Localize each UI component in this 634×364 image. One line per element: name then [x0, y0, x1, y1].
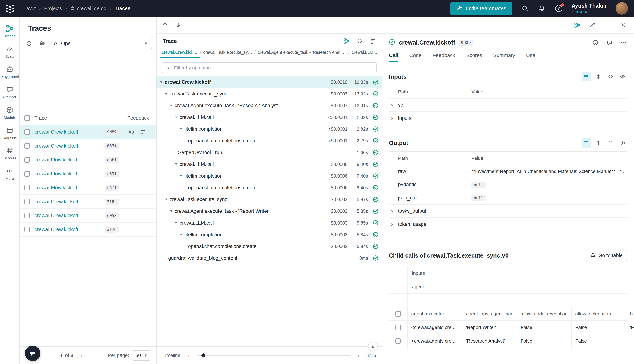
trace-tree-row[interactable]: ▼ crewai.Crew.kickoff $0.0010 19.83s [157, 76, 382, 88]
next-call-arrow-down-button[interactable] [173, 20, 184, 30]
trace-tree-row[interactable]: ▼ crewai.LLM.call <$0.0001 2.82s [157, 112, 382, 123]
overflow-menu-icon[interactable] [619, 38, 627, 46]
next-page-button[interactable]: › [77, 350, 87, 360]
comment-icon[interactable] [139, 128, 147, 136]
call-path-tab[interactable]: crewai.LLM.cal [350, 47, 382, 58]
row-checkbox[interactable] [395, 324, 401, 330]
trace-table-row[interactable]: crewai.Crew.kickoff 316c [20, 195, 156, 209]
collapse-icon[interactable]: ▼ [169, 209, 175, 213]
trace-table-row[interactable]: crewai.Flow.kickoff eab1 [20, 153, 156, 167]
list-view-icon[interactable] [581, 72, 591, 82]
trace-tree-row[interactable]: ▼ crewai.LLM.call $0.0003 5.85s [157, 217, 382, 229]
search-icon[interactable] [521, 4, 529, 12]
trace-link[interactable]: crewai.Flow.kickoff [35, 185, 77, 190]
trace-tree-row[interactable]: ▼ litellm.completion $0.0006 9.40s [157, 170, 382, 182]
close-icon[interactable] [619, 21, 627, 29]
sidebar-item-models[interactable]: Models [0, 103, 20, 123]
collapse-icon[interactable]: ▼ [179, 127, 185, 131]
tree-view-button[interactable] [342, 37, 350, 45]
row-checkbox[interactable] [25, 199, 30, 204]
go-to-table-button[interactable]: Go to table [585, 250, 627, 261]
collapse-icon[interactable]: ▼ [179, 233, 185, 236]
code-view-icon[interactable] [606, 72, 615, 82]
prev-page-button[interactable]: ‹ [43, 350, 53, 360]
collapse-icon[interactable]: ▼ [169, 104, 175, 108]
trace-tree-row[interactable]: SerperDevTool._run 1.66s [157, 147, 382, 158]
sidebar-item-evals[interactable]: Evals [0, 42, 20, 62]
breadcrumb-entity[interactable]: ayut [27, 6, 36, 11]
row-checkbox[interactable] [25, 185, 30, 190]
trace-table-row[interactable]: crewai.Flow.kickoff c59f [20, 167, 156, 181]
columns-settings-button[interactable] [37, 38, 48, 49]
expand-icon[interactable]: › [391, 208, 396, 214]
row-checkbox[interactable] [25, 143, 30, 149]
trace-table-row[interactable]: crewai.Flow.kickoff c5ff [20, 181, 156, 195]
add-reaction-icon[interactable] [127, 128, 135, 136]
collapse-icon[interactable]: ▼ [174, 221, 180, 225]
row-checkbox[interactable] [25, 129, 30, 135]
kv-row[interactable]: › self [389, 98, 627, 112]
split-view-button[interactable] [573, 21, 581, 29]
call-id-badge[interactable]: 9d89 [459, 40, 473, 46]
fullscreen-button[interactable] [604, 21, 612, 29]
trace-tree-row[interactable]: ▼ litellm.completion <$0.0001 2.82s [157, 123, 382, 135]
user-menu[interactable]: Ayush Thakur Personal [572, 2, 607, 14]
trace-link[interactable]: crewai.Crew.kickoff [35, 199, 78, 204]
comment-icon[interactable] [605, 38, 613, 46]
child-table-row[interactable]: <crewai.agents.cre...'Research Analyst'F… [389, 334, 627, 348]
trace-link[interactable]: crewai.Crew.kickoff [35, 143, 78, 149]
timeline-slider[interactable] [197, 355, 350, 356]
wandb-logo[interactable] [6, 4, 16, 13]
add-reaction-icon[interactable] [591, 38, 599, 46]
notifications-bell-icon[interactable] [538, 4, 546, 12]
list-view-icon[interactable] [581, 138, 591, 148]
call-path-tab[interactable]: crewai.Agent.execute_task - 'Research An… [255, 47, 348, 58]
per-page-select[interactable]: 50 ▼ [132, 350, 151, 360]
invite-teammates-button[interactable]: Invite teammates [450, 2, 512, 15]
trace-tree-row[interactable]: ▼ crewai.Task.execute_sync $0.0007 13.92… [157, 88, 382, 100]
trace-link[interactable]: crewai.Crew.kickoff [35, 226, 78, 232]
child-table-row[interactable]: <crewai.agents.cre...'Report Writer'Fals… [389, 321, 627, 334]
sidebar-item-playground[interactable]: Playground [0, 62, 20, 82]
trace-link[interactable]: crewai.Flow.kickoff [35, 171, 77, 177]
breadcrumb-projects[interactable]: Projects [44, 6, 62, 11]
trace-tree-row[interactable]: openai.chat.completions.create $0.0006 9… [157, 182, 382, 194]
call-path-tab[interactable]: crewai.Crew.kickoff [160, 47, 200, 58]
collapse-timeline-button[interactable]: ▲ [368, 342, 378, 351]
tab-call[interactable]: Call [389, 49, 398, 62]
flame-graph-button[interactable] [369, 37, 377, 45]
sidebar-item-datasets[interactable]: Datasets [0, 123, 20, 143]
sidebar-item-traces[interactable]: Traces [0, 21, 20, 42]
expand-all-icon[interactable] [594, 138, 603, 148]
trace-tree-row[interactable]: openai.chat.completions.create $0.0003 5… [157, 240, 382, 252]
sidebar-item-scorers[interactable]: Scorers [0, 143, 20, 164]
tab-scores[interactable]: Scores [466, 49, 482, 62]
trace-link[interactable]: crewai.Flow.kickoff [35, 157, 77, 163]
sidebar-item-more[interactable]: More [0, 164, 20, 184]
breadcrumb-traces[interactable]: Traces [115, 6, 130, 11]
collapse-icon[interactable]: ▼ [174, 116, 180, 119]
ops-filter-dropdown[interactable]: All Ops ▼ [50, 38, 152, 49]
tab-use[interactable]: Use [526, 49, 535, 62]
timeline-slider-handle[interactable] [201, 353, 205, 358]
code-view-button[interactable] [356, 37, 364, 45]
previous-call-arrow-up-button[interactable] [160, 20, 171, 30]
collapse-icon[interactable]: ▼ [160, 80, 165, 84]
trace-tree-row[interactable]: ▼ crewai.Task.execute_sync $0.0003 5.87s [157, 194, 382, 205]
trace-table-row[interactable]: crewai.Crew.kickoff 657f [20, 139, 156, 153]
expand-icon[interactable]: › [391, 116, 396, 121]
collapse-icon[interactable]: ▼ [165, 198, 170, 202]
help-icon[interactable]: ? [555, 4, 563, 12]
trace-link[interactable]: crewai.Crew.kickoff [35, 212, 78, 218]
timeline-next-button[interactable]: › [354, 350, 363, 360]
edit-pencil-button[interactable] [588, 21, 596, 29]
kv-row[interactable]: json_dict null [389, 191, 627, 204]
trace-table-row[interactable]: crewai.Crew.kickoff e058 [20, 209, 156, 223]
trace-table-row[interactable]: crewai.Crew.kickoff a17d [20, 223, 156, 236]
trace-tree-row[interactable]: ▼ crewai.Agent.execute_task - 'Research … [157, 100, 382, 112]
kv-row[interactable]: raw **Investment Report: AI in Chemical … [389, 165, 627, 178]
expand-icon[interactable]: › [391, 222, 396, 227]
row-checkbox[interactable] [25, 171, 30, 176]
row-checkbox[interactable] [395, 338, 401, 344]
row-checkbox[interactable] [25, 227, 30, 232]
